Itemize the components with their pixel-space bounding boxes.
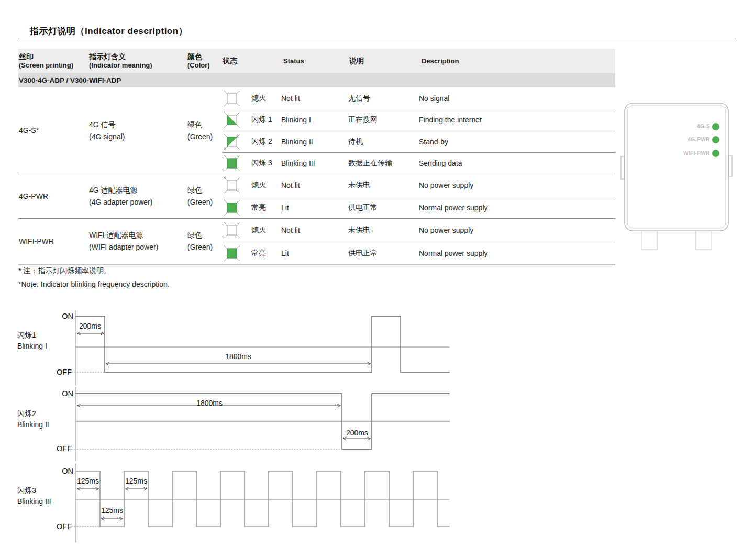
- state-row: 闪烁 3Blinking III数据正在传输Sending data: [223, 152, 615, 174]
- state-en: Lit: [281, 249, 289, 257]
- led-half-1-icon: [223, 111, 241, 129]
- desc-en: Normal power supply: [419, 249, 488, 257]
- state-cn: 熄灭: [251, 226, 266, 235]
- table-header-row: 丝印 (Screen printing) 指示灯含义 (Indicator me…: [18, 49, 615, 73]
- desc-en: No power supply: [419, 226, 473, 234]
- header-state-cn: 状态: [223, 49, 280, 73]
- diagram2-off-label: OFF: [48, 444, 72, 453]
- header-status-en: Status: [283, 49, 346, 73]
- device-led-4g-s: [712, 123, 719, 130]
- diagram3-125ms-label-c: 125ms: [97, 506, 127, 514]
- diagram2-label: 闪烁2 Blinking II: [17, 408, 80, 430]
- led-on-icon: [223, 154, 241, 172]
- color-cell: 绿色(Green): [187, 174, 222, 218]
- meaning-cell: 4G 适配器电源(4G adapter power): [89, 174, 186, 218]
- state-row: 闪烁 1Blinking I正在搜网Finding the internet: [223, 109, 615, 130]
- diagram3-off-label: OFF: [48, 522, 72, 531]
- diagram1-label: 闪烁1 Blinking I: [17, 330, 80, 352]
- desc-en: No power supply: [419, 181, 473, 189]
- state-cn: 熄灭: [251, 94, 266, 103]
- device-led-4g-pwr: [712, 136, 719, 143]
- device-leg-right: [696, 231, 712, 250]
- led-off-icon: [223, 176, 241, 194]
- state-row: 闪烁 2Blinking II待机Stand-by: [223, 131, 615, 152]
- state-cn: 常亮: [251, 203, 266, 212]
- state-cn: 常亮: [251, 249, 266, 258]
- note-cn: * 注：指示灯闪烁频率说明。: [18, 266, 111, 276]
- state-en: Not lit: [281, 181, 300, 189]
- led-off-icon: [223, 89, 241, 107]
- desc-cn: 未供电: [348, 226, 370, 235]
- diagram-blinking3: [72, 464, 449, 542]
- state-row: 熄灭Not lit未供电No power supply: [223, 219, 615, 242]
- state-row: 常亮Lit供电正常Normal power supply: [223, 242, 615, 265]
- diagram1-on-label: ON: [50, 312, 73, 320]
- led-half-2-icon: [223, 133, 241, 151]
- meaning-cell: WIFI 适配器电源(WIFI adapter power): [89, 219, 186, 264]
- state-cn: 闪烁 1: [251, 115, 272, 125]
- color-cell: 绿色(Green): [187, 219, 222, 264]
- color-cell: 绿色(Green): [187, 87, 222, 174]
- device-body-outer: [625, 103, 728, 231]
- device-led-label-4g-pwr: 4G-PWR: [658, 136, 710, 143]
- desc-cn: 未供电: [348, 181, 370, 190]
- desc-cn: 数据正在传输: [348, 159, 392, 168]
- state-cn: 闪烁 2: [251, 137, 272, 147]
- header-meaning: 指示灯含义 (Indicator meaning): [89, 49, 186, 73]
- diagram1-1800ms-label: 1800ms: [212, 352, 264, 361]
- diagram-blinking1: [72, 310, 449, 385]
- state-en: Blinking III: [281, 159, 315, 167]
- led-on-icon: [223, 199, 241, 217]
- indicator-table: 丝印 (Screen printing) 指示灯含义 (Indicator me…: [18, 49, 615, 265]
- diagram3-125ms-label-b: 125ms: [121, 477, 151, 485]
- state-en: Blinking I: [281, 116, 311, 124]
- desc-en: Stand-by: [419, 138, 448, 146]
- led-off-icon: [223, 221, 241, 239]
- diagram3-label: 闪烁3 Blinking III: [17, 485, 80, 507]
- desc-cn: 正在搜网: [348, 115, 378, 125]
- diagram2-200ms-label: 200ms: [341, 429, 373, 437]
- state-en: Not lit: [281, 226, 300, 234]
- screen-printing-cell: WIFI-PWR: [19, 219, 87, 264]
- diagram1-off-label: OFF: [48, 368, 72, 376]
- diagram1-200ms-label: 200ms: [74, 322, 106, 330]
- table-body: 4G-S*4G 信号(4G signal)绿色(Green)熄灭Not lit无…: [18, 87, 615, 264]
- state-en: Lit: [281, 204, 289, 212]
- desc-en: Finding the internet: [419, 116, 482, 124]
- model-section-row: V300-4G-ADP / V300-WIFI-ADP: [18, 73, 615, 87]
- indicator-group: 4G-PWR4G 适配器电源(4G adapter power)绿色(Green…: [18, 174, 615, 218]
- meaning-cell: 4G 信号(4G signal): [89, 87, 186, 174]
- state-en: Not lit: [281, 94, 300, 103]
- desc-cn: 无信号: [348, 94, 370, 103]
- device-led-label-wifi-pwr: WIFI-PWR: [658, 150, 710, 157]
- state-row: 常亮Lit供电正常Normal power supply: [223, 197, 615, 219]
- header-screen-printing: 丝印 (Screen printing): [19, 49, 88, 73]
- indicator-group: WIFI-PWRWIFI 适配器电源(WIFI adapter power)绿色…: [18, 218, 615, 264]
- state-en: Blinking II: [281, 138, 313, 146]
- desc-cn: 供电正常: [348, 249, 378, 258]
- desc-cn: 待机: [348, 137, 363, 147]
- state-row: 熄灭Not lit无信号No signal: [223, 87, 615, 109]
- state-cn: 熄灭: [251, 181, 266, 190]
- title-divider: [18, 39, 736, 39]
- device-tab-right: [728, 156, 732, 176]
- header-description-en: Description: [422, 49, 526, 73]
- screen-printing-cell: 4G-PWR: [19, 174, 87, 218]
- desc-en: No signal: [419, 94, 449, 103]
- indicator-group: 4G-S*4G 信号(4G signal)绿色(Green)熄灭Not lit无…: [18, 87, 615, 174]
- table-bottom-border: [18, 264, 615, 265]
- screen-printing-cell: 4G-S*: [19, 87, 87, 174]
- diagram2-1800ms-label: 1800ms: [183, 399, 236, 407]
- diagram3-on-label: ON: [50, 467, 73, 475]
- diagram-blinking2: [72, 387, 449, 461]
- manual-page: 指示灯说明（Indicator description） 丝印 (Screen …: [0, 0, 754, 560]
- led-on-icon: [223, 244, 241, 262]
- state-cn: 闪烁 3: [251, 159, 272, 168]
- page-title: 指示灯说明（Indicator description）: [30, 25, 187, 37]
- device-tab-left: [621, 156, 625, 179]
- state-row: 熄灭Not lit未供电No power supply: [223, 174, 615, 197]
- device-leg-left: [641, 231, 657, 250]
- note-en: *Note: Indicator blinking frequency desc…: [18, 280, 170, 288]
- diagram2-on-label: ON: [50, 389, 73, 398]
- desc-en: Sending data: [419, 159, 462, 167]
